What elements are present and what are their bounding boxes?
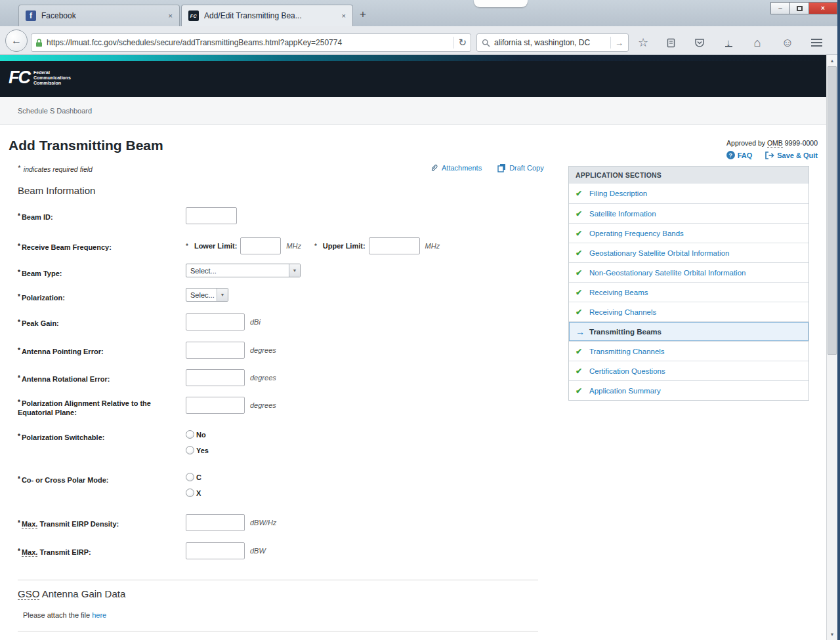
scrollbar-thumb[interactable]	[828, 66, 837, 355]
sidebar-item-geostationary-orbital-information[interactable]: ✔ Geostationary Satellite Orbital Inform…	[569, 243, 808, 262]
polarization-switchable-label: Polarization Switchable:	[22, 433, 105, 441]
sidebar-item-transmitting-beams[interactable]: → Transmitting Beams	[569, 321, 808, 341]
co-cross-polar-mode-row: *Co- or Cross Polar Mode: C X	[0, 470, 545, 497]
check-icon: ✔	[576, 249, 584, 258]
tab-add-edit-transmitting-beams[interactable]: FC Add/Edit Transmitting Bea... ×	[181, 5, 353, 26]
tab-active-label: Add/Edit Transmitting Bea...	[204, 11, 337, 20]
sidebar-item-receiving-beams[interactable]: ✔ Receiving Beams	[569, 282, 808, 302]
sidebar-item-operating-frequency-bands[interactable]: ✔ Operating Frequency Bands	[569, 223, 808, 243]
sidebar-item-label[interactable]: Satellite Information	[589, 210, 656, 218]
search-input[interactable]: alifornia st, washington, DC	[494, 38, 606, 47]
max-transmit-eirp-label: Transmit EIRP:	[37, 548, 91, 556]
fcc-favicon-icon: FC	[188, 10, 199, 21]
sidebar-item-label[interactable]: Transmitting Channels	[589, 348, 665, 355]
sidebar-item-certification-questions[interactable]: ✔ Certification Questions	[569, 361, 808, 380]
close-tab-icon[interactable]: ×	[342, 12, 346, 20]
sidebar-item-receiving-channels[interactable]: ✔ Receiving Channels	[569, 302, 808, 321]
sidebar-item-label[interactable]: Application Summary	[589, 387, 661, 395]
sidebar-item-label[interactable]: Certification Questions	[589, 367, 665, 375]
antenna-pointing-error-input[interactable]	[186, 342, 245, 359]
reload-icon[interactable]: ↻	[458, 37, 467, 49]
url-text[interactable]: https://lmuat.fcc.gov/schedules/secure/a…	[47, 38, 450, 47]
bookmarks-list-icon[interactable]	[662, 33, 680, 52]
omb-abbr: OMB	[767, 139, 783, 148]
sidebar-item-label[interactable]: Non-Geostationary Satellite Orbital Info…	[589, 269, 746, 277]
url-bar[interactable]: https://lmuat.fcc.gov/schedules/secure/a…	[31, 33, 471, 52]
menu-button[interactable]	[807, 33, 826, 52]
sidebar-item-label[interactable]: Transmitting Beams	[589, 328, 662, 336]
attachments-link[interactable]: Attachments	[430, 163, 482, 172]
sidebar-item-label[interactable]: Operating Frequency Bands	[589, 230, 684, 237]
peak-gain-input[interactable]	[186, 313, 245, 330]
required-asterisk: *	[18, 293, 20, 300]
attach-file-here-link[interactable]: here	[92, 611, 106, 619]
draft-copy-link[interactable]: Draft Copy	[497, 163, 544, 172]
clipboard-icon	[666, 38, 676, 48]
required-asterisk: *	[18, 519, 20, 527]
window-border	[837, 0, 840, 640]
scroll-down-arrow[interactable]: ▼	[827, 629, 837, 640]
lower-limit-input[interactable]	[240, 237, 281, 254]
tab-facebook[interactable]: f Facebook ×	[18, 5, 180, 26]
polarization-switchable-row: *Polarization Switchable: No Yes	[0, 428, 545, 454]
polarization-alignment-unit: degrees	[250, 401, 276, 409]
hello-smiley-icon[interactable]: ☺	[778, 33, 797, 52]
home-icon[interactable]: ⌂	[748, 33, 766, 52]
section-divider	[18, 580, 538, 580]
save-quit-link[interactable]: Save & Quit	[765, 151, 818, 159]
vertical-scrollbar[interactable]: ▲ ▼	[826, 55, 837, 640]
fcc-logo-text: Federal Communications Commission	[33, 70, 71, 86]
polarization-alignment-input[interactable]	[186, 397, 245, 414]
close-tab-icon[interactable]: ×	[169, 12, 173, 20]
sidebar-item-satellite-information[interactable]: ✔ Satellite Information	[569, 203, 808, 223]
sidebar-item-non-geostationary-orbital-information[interactable]: ✔ Non-Geostationary Satellite Orbital In…	[569, 262, 808, 282]
beam-id-input[interactable]	[186, 207, 237, 224]
downloads-icon[interactable]: ↓	[719, 33, 738, 52]
pocket-icon[interactable]	[690, 33, 709, 52]
back-button[interactable]: ←	[5, 30, 28, 52]
sidebar-item-label[interactable]: Receiving Beams	[589, 289, 648, 296]
hamburger-icon	[811, 37, 822, 49]
radio-label-c: C	[196, 473, 201, 481]
new-tab-button[interactable]: +	[360, 8, 366, 21]
paperclip-icon	[430, 163, 438, 172]
max-transmit-eirp-input[interactable]	[186, 542, 245, 559]
beam-information-heading: Beam Information	[18, 185, 95, 196]
search-go-icon[interactable]: →	[615, 38, 623, 48]
upper-limit-input[interactable]	[369, 237, 420, 254]
search-bar[interactable]: alifornia st, washington, DC →	[476, 33, 629, 52]
question-icon: ?	[726, 151, 735, 159]
sidebar-item-label[interactable]: Geostationary Satellite Orbital Informat…	[589, 249, 730, 257]
omb-approval-note: Approved by OMB 9999-0000	[726, 139, 818, 147]
required-asterisk: *	[18, 269, 20, 276]
cross-polar-x-radio[interactable]	[186, 489, 194, 497]
sidebar-item-transmitting-channels[interactable]: ✔ Transmitting Channels	[569, 341, 808, 361]
antenna-pointing-error-label: Antenna Pointing Error:	[22, 348, 104, 355]
gso-attach-instruction: Please attach the file here	[23, 611, 106, 619]
radio-label-yes: Yes	[196, 447, 209, 454]
receive-beam-frequency-label: Receive Beam Frequency:	[22, 243, 112, 251]
peak-gain-unit: dBi	[250, 318, 261, 326]
polarization-switchable-no-radio[interactable]	[186, 430, 194, 439]
beam-type-select[interactable]: Select... ▼	[186, 264, 301, 277]
breadcrumb-dashboard-link[interactable]: Schedule S Dashboard	[18, 97, 92, 125]
co-polar-c-radio[interactable]	[186, 473, 194, 481]
max-transmit-eirp-density-input[interactable]	[186, 514, 245, 531]
bookmark-star-icon[interactable]: ☆	[634, 33, 652, 52]
sidebar-item-application-summary[interactable]: ✔ Application Summary	[569, 380, 808, 400]
polarization-select[interactable]: Selec... ▼	[186, 288, 228, 302]
minimize-button[interactable]: –	[770, 2, 790, 14]
polarization-alignment-label: Polarization Alignment Relative to the E…	[18, 399, 151, 416]
antenna-rotational-error-input[interactable]	[186, 369, 245, 386]
maximize-button[interactable]	[789, 2, 809, 14]
close-window-button[interactable]: ×	[808, 2, 837, 14]
sidebar-item-label[interactable]: Receiving Channels	[589, 308, 656, 316]
sidebar-item-label[interactable]: Filing Description	[589, 190, 647, 197]
check-icon: ✔	[576, 347, 584, 356]
scroll-up-arrow[interactable]: ▲	[827, 55, 837, 66]
polarization-switchable-yes-radio[interactable]	[186, 446, 194, 454]
browser-tab-bar: f Facebook × FC Add/Edit Transmitting Be…	[0, 0, 840, 26]
faq-link[interactable]: ? FAQ	[726, 151, 753, 159]
antenna-pointing-error-unit: degrees	[250, 346, 276, 354]
sidebar-item-filing-description[interactable]: ✔ Filing Description	[569, 184, 808, 203]
